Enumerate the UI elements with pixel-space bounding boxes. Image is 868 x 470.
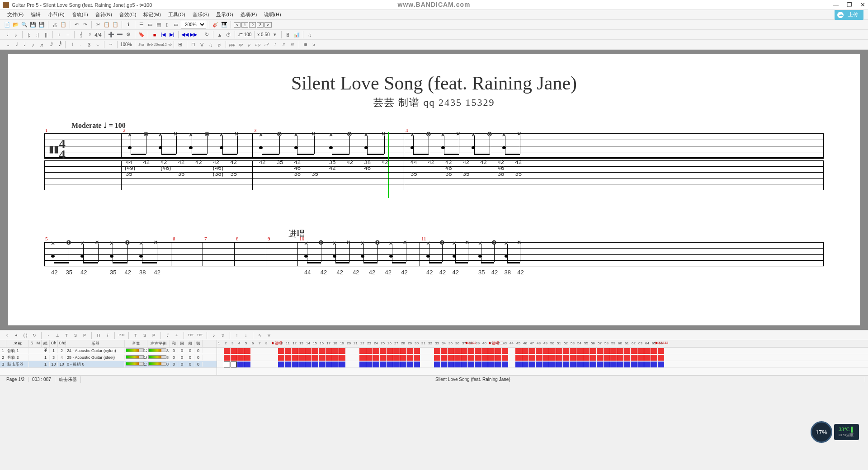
txt2-icon[interactable]: TXT bbox=[196, 332, 203, 339]
track-prop-icon[interactable]: ⚙ bbox=[125, 31, 132, 38]
txt-icon[interactable]: TXT bbox=[187, 332, 194, 339]
page-next[interactable]: > bbox=[264, 22, 271, 28]
menu-display[interactable]: 显示(D) bbox=[213, 10, 236, 19]
vertical-icon[interactable]: ▯ bbox=[164, 21, 171, 28]
close-button[interactable]: ✕ bbox=[860, 1, 865, 8]
menu-tool[interactable]: 工具(O) bbox=[165, 10, 188, 19]
quarter-note-icon[interactable]: ♩ bbox=[21, 41, 28, 48]
countdown-icon[interactable]: ⏱ bbox=[225, 31, 232, 38]
palm-mute-icon[interactable]: ⊥ bbox=[54, 332, 61, 339]
timeline-marker[interactable]: ▶进唱 二 bbox=[488, 341, 504, 346]
menu-marker[interactable]: 标记(M) bbox=[141, 10, 164, 19]
grace-icon[interactable]: ♪ bbox=[210, 332, 217, 339]
15ma-icon[interactable]: 15ma bbox=[155, 41, 162, 48]
redo-icon[interactable]: ↷ bbox=[81, 21, 89, 28]
parchment-icon[interactable]: ▤ bbox=[155, 21, 162, 28]
s-icon[interactable]: S bbox=[141, 332, 148, 339]
scoreinfo-icon[interactable]: ℹ bbox=[125, 21, 132, 28]
keyboard-icon[interactable]: 🎹 bbox=[221, 21, 228, 28]
chord-icon[interactable]: ⊞ bbox=[177, 41, 184, 48]
timeline-marker[interactable]: ▶33333 bbox=[656, 341, 668, 345]
undo-icon[interactable]: ↶ bbox=[73, 21, 80, 28]
speed-display[interactable]: x 0.50 bbox=[257, 32, 269, 37]
page-2[interactable]: 2 bbox=[249, 22, 256, 28]
rse-icon[interactable]: ♫ bbox=[306, 31, 313, 38]
8vb-icon[interactable]: 8vb bbox=[146, 41, 154, 48]
hammer-icon[interactable]: H bbox=[95, 332, 102, 339]
15mb-icon[interactable]: 15mb bbox=[164, 41, 171, 48]
tap-icon[interactable]: T bbox=[63, 332, 70, 339]
dotted-icon[interactable]: · bbox=[77, 41, 84, 48]
open-icon[interactable]: 📂 bbox=[12, 21, 19, 28]
preview-icon[interactable]: 📋 bbox=[60, 21, 67, 28]
mixer-icon[interactable]: 🎚 bbox=[284, 31, 292, 38]
save-icon[interactable]: 💾 bbox=[29, 21, 37, 28]
speed-trainer-icon[interactable]: ▾ bbox=[271, 31, 278, 38]
p-icon[interactable]: p bbox=[246, 41, 253, 48]
bar-end-icon[interactable]: :| bbox=[34, 31, 41, 38]
marker-icon[interactable]: 🔖 bbox=[138, 31, 145, 38]
first-button[interactable]: |◀ bbox=[160, 31, 167, 38]
loop-icon[interactable]: ↻ bbox=[203, 31, 210, 38]
bar-begin-icon[interactable]: |: bbox=[25, 31, 33, 38]
track-row-1[interactable]: 1音轨 111224 - Acoustic Guitar (nylon)1280… bbox=[0, 348, 217, 354]
whole-note-icon[interactable]: 𝅝 bbox=[4, 41, 11, 48]
eighth-note-icon[interactable]: ♪ bbox=[29, 41, 37, 48]
fade-icon[interactable]: ≋ bbox=[302, 41, 309, 48]
rest-icon[interactable]: 𝄽 bbox=[68, 41, 75, 48]
tempo-display[interactable]: ♩= 100 bbox=[238, 32, 251, 37]
bar-repeat-icon[interactable]: || bbox=[42, 31, 50, 38]
print-icon[interactable]: 🖨 bbox=[51, 21, 58, 28]
trill-icon[interactable]: tr bbox=[219, 332, 226, 339]
paste-icon[interactable]: 📋 bbox=[112, 21, 119, 28]
insert-bar-icon[interactable]: + bbox=[56, 31, 63, 38]
menu-note[interactable]: 音符(N) bbox=[93, 10, 115, 19]
menu-measure[interactable]: 小节(B) bbox=[45, 10, 67, 19]
track-row-2[interactable]: 2音轨 213425 - Acoustic Guitar (steel)1680… bbox=[0, 354, 217, 361]
timeline-marker[interactable]: ▶2222 bbox=[466, 341, 476, 345]
pop-icon[interactable]: P bbox=[81, 332, 88, 339]
upstroke-icon[interactable]: ⊓ bbox=[190, 41, 197, 48]
rewind-button[interactable]: ◀◀ bbox=[181, 31, 189, 38]
bend-icon[interactable]: ⤴ bbox=[164, 332, 171, 339]
maximize-button[interactable]: ❐ bbox=[847, 1, 852, 8]
mp-icon[interactable]: mp bbox=[255, 41, 262, 48]
track-del-icon[interactable]: ➖ bbox=[116, 31, 123, 38]
text-icon[interactable]: T bbox=[132, 332, 139, 339]
metronome-icon[interactable]: ▲ bbox=[216, 31, 223, 38]
sixtyfourth-note-icon[interactable]: 𝅘𝅥𝅱 bbox=[55, 41, 62, 48]
sixteenth-note-icon[interactable]: ♬ bbox=[38, 41, 45, 48]
accent2-icon[interactable]: ● bbox=[13, 332, 20, 339]
upload-button[interactable]: ☁ 上传 bbox=[835, 9, 863, 20]
fermata-icon[interactable]: 𝄐 bbox=[107, 41, 114, 48]
menu-music[interactable]: 音乐(S) bbox=[190, 10, 212, 19]
letring-icon[interactable]: ↻ bbox=[31, 332, 38, 339]
p2-icon[interactable]: P bbox=[150, 332, 157, 339]
track-add-icon[interactable]: ➕ bbox=[108, 31, 115, 38]
keysig-icon[interactable]: ♯ bbox=[86, 31, 93, 38]
stop-button[interactable]: ■ bbox=[151, 31, 158, 38]
new-icon[interactable]: 📄 bbox=[4, 21, 11, 28]
slide-icon[interactable]: / bbox=[104, 332, 111, 339]
menu-track[interactable]: 音轨(T) bbox=[69, 10, 91, 19]
paren-icon[interactable]: ( ) bbox=[22, 332, 29, 339]
fretboard-icon[interactable]: 🎸 bbox=[212, 21, 219, 28]
menu-options[interactable]: 选项(P) bbox=[238, 10, 260, 19]
browse-icon[interactable]: 🔍 bbox=[21, 21, 28, 28]
minimize-button[interactable]: — bbox=[833, 1, 839, 8]
timeline-marker[interactable]: ▶进唱 bbox=[271, 341, 282, 346]
mf-icon[interactable]: mf bbox=[263, 41, 270, 48]
zoom-select[interactable]: 200% bbox=[181, 21, 206, 28]
fff-icon[interactable]: fff bbox=[289, 41, 296, 48]
delete-bar-icon[interactable]: − bbox=[64, 31, 71, 38]
beam-icon[interactable]: ♫ bbox=[207, 41, 214, 48]
menu-file[interactable]: 文件(F) bbox=[5, 10, 26, 19]
score-area[interactable]: Silent Love Song (feat. Raining Jane) 芸芸… bbox=[0, 50, 868, 330]
eq-icon[interactable]: 📊 bbox=[293, 31, 300, 38]
tuplet-icon[interactable]: 3 bbox=[85, 41, 93, 48]
pp-icon[interactable]: pp bbox=[237, 41, 245, 48]
pick-icon[interactable]: V bbox=[265, 332, 273, 339]
beam2-icon[interactable]: ♬ bbox=[216, 41, 223, 48]
forward-button[interactable]: ▶▶ bbox=[190, 31, 197, 38]
menu-edit[interactable]: 编辑 bbox=[28, 10, 43, 19]
